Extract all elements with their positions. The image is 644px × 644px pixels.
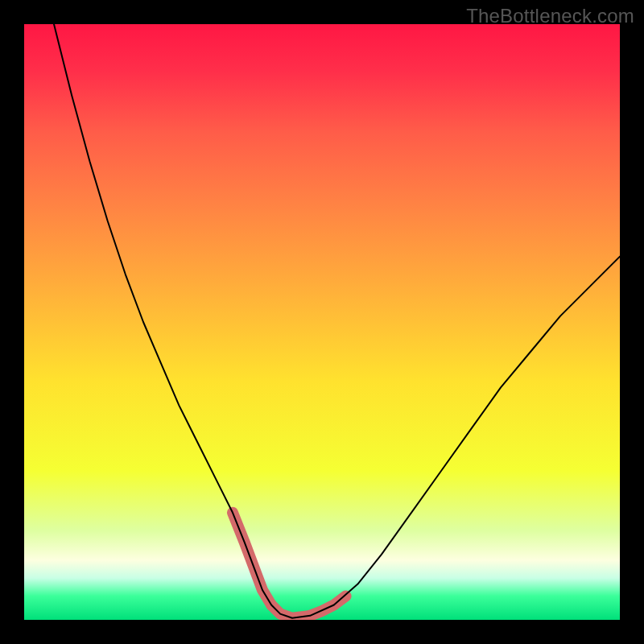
watermark-text: TheBottleneck.com (466, 5, 634, 27)
plot-background (24, 24, 620, 620)
chart-frame: TheBottleneck.com (0, 0, 644, 644)
bottleneck-chart (0, 0, 644, 644)
